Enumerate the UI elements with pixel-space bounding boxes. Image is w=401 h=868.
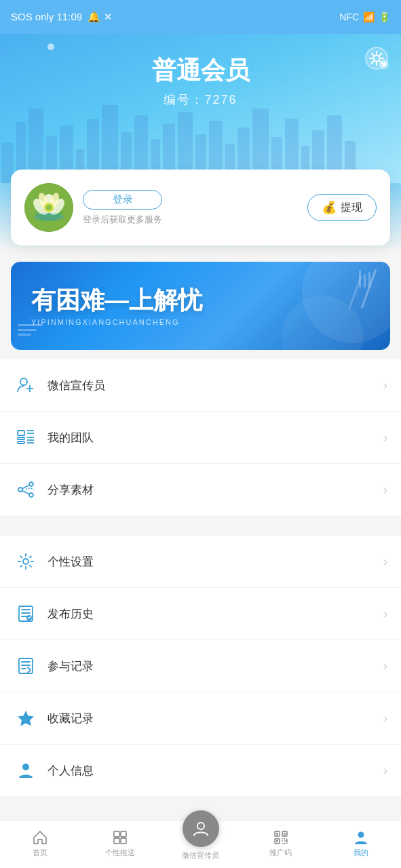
hero-section: 普通会员 编号：7276 — [0, 34, 401, 183]
svg-point-12 — [46, 205, 52, 210]
svg-rect-50 — [276, 833, 278, 835]
svg-line-34 — [22, 486, 29, 489]
hero-title: 普通会员 — [0, 54, 401, 87]
menu-item-personal-settings[interactable]: 个性设置 › — [0, 536, 401, 588]
profile-description: 登录后获取更多服务 — [83, 214, 162, 226]
status-right-icons: NFC 📶 🔋 — [339, 12, 390, 22]
menu-item-share-material[interactable]: 分享素材 › — [0, 464, 401, 515]
svg-rect-18 — [364, 274, 366, 288]
nav-item-qr-code[interactable]: 推广码 — [241, 829, 321, 861]
svg-point-60 — [358, 831, 364, 837]
svg-rect-17 — [359, 270, 361, 288]
svg-rect-52 — [276, 840, 278, 842]
svg-point-46 — [197, 823, 204, 829]
menu-item-favorites[interactable]: 收藏记录 › — [0, 692, 401, 745]
svg-rect-44 — [114, 838, 119, 844]
hero-dot — [47, 43, 54, 50]
nav-label-qr-code: 推广码 — [269, 848, 292, 858]
banner-corner-deco — [18, 324, 45, 344]
chevron-right-icon-5: › — [383, 607, 387, 621]
settings-gear-icon — [14, 549, 38, 574]
menu-label-personal-info: 个人信息 — [47, 763, 383, 778]
profile-left: 登录 登录后获取更多服务 — [24, 183, 162, 232]
nav-label-personal-push: 个性推送 — [105, 848, 135, 858]
team-icon — [14, 425, 38, 450]
svg-point-32 — [29, 482, 33, 486]
chevron-right-icon-3: › — [383, 483, 387, 497]
banner-sub-text: YIPINMINGXIANGCHUANCHENG — [31, 318, 202, 326]
status-text: SOS only 11:09 🔔 ✕ — [11, 11, 113, 23]
menu-item-publish-history[interactable]: 发布历史 › — [0, 588, 401, 640]
menu-group-1: 微信宣传员 › 我的团队 › — [0, 359, 401, 515]
menu-label-wechat-promoter: 微信宣传员 — [47, 378, 383, 393]
chevron-right-icon-4: › — [383, 555, 387, 569]
section-gap-1 — [0, 522, 401, 529]
banner-main-text: 有困难—上解忧 — [31, 285, 202, 315]
avatar — [24, 183, 73, 232]
history-icon — [14, 601, 38, 626]
svg-rect-16 — [18, 334, 31, 336]
menu-group-2: 个性设置 › 发布历史 › — [0, 536, 401, 796]
chevron-right-icon-2: › — [383, 431, 387, 445]
person-add-icon — [14, 373, 38, 397]
nav-label-wechat-center: 微信宣传员 — [182, 850, 219, 861]
svg-line-35 — [22, 491, 29, 494]
banner[interactable]: 有困难—上解忧 YIPINMINGXIANGCHUANCHENG — [11, 262, 390, 350]
svg-point-36 — [23, 559, 28, 564]
svg-point-31 — [18, 488, 22, 492]
menu-label-share-material: 分享素材 — [47, 482, 383, 498]
chevron-right-icon-7: › — [383, 711, 387, 726]
banner-content: 有困难—上解忧 YIPINMINGXIANGCHUANCHENG — [31, 285, 202, 326]
login-button[interactable]: 登录 — [83, 190, 162, 210]
chevron-right-icon-8: › — [383, 764, 387, 778]
share-icon — [14, 477, 38, 502]
grid-icon — [112, 829, 128, 846]
nav-center-circle — [183, 810, 219, 847]
menu-item-personal-info[interactable]: 个人信息 › — [0, 745, 401, 796]
svg-rect-51 — [284, 833, 286, 835]
menu-item-wechat-promoter[interactable]: 微信宣传员 › — [0, 359, 401, 412]
hero-subtitle: 编号：7276 — [0, 92, 401, 108]
nav-item-wechat-center[interactable]: 微信宣传员 — [160, 827, 240, 863]
svg-rect-39 — [19, 658, 33, 673]
menu-label-personal-settings: 个性设置 — [47, 554, 383, 570]
menu-label-publish-history: 发布历史 — [47, 606, 383, 622]
money-icon: 💰 — [322, 200, 337, 215]
nav-item-personal-push[interactable]: 个性推送 — [80, 829, 160, 861]
user-active-icon — [353, 829, 369, 846]
svg-rect-43 — [121, 831, 126, 837]
chevron-right-icon: › — [383, 378, 387, 393]
banner-right-deco — [359, 270, 379, 290]
nav-label-home: 首页 — [33, 848, 47, 858]
menu-item-participation-records[interactable]: 参与记录 › — [0, 640, 401, 692]
svg-marker-40 — [18, 711, 34, 726]
user-icon — [14, 758, 38, 783]
profile-card: 登录 登录后获取更多服务 💰 提现 — [11, 170, 390, 245]
svg-rect-23 — [18, 431, 24, 435]
star-icon — [14, 706, 38, 730]
svg-rect-42 — [114, 831, 119, 837]
bottom-nav: 首页 个性推送 微信宣传员 — [0, 821, 401, 868]
profile-info: 登录 登录后获取更多服务 — [83, 190, 162, 226]
svg-point-13 — [34, 213, 64, 221]
svg-rect-45 — [121, 838, 126, 844]
home-icon — [32, 829, 48, 846]
menu-label-participation-records: 参与记录 — [47, 658, 383, 674]
status-bar: SOS only 11:09 🔔 ✕ NFC 📶 🔋 — [0, 0, 401, 34]
menu-item-my-team[interactable]: 我的团队 › — [0, 412, 401, 464]
qr-icon — [273, 829, 289, 846]
chevron-right-icon-6: › — [383, 659, 387, 673]
nav-item-home[interactable]: 首页 — [0, 829, 80, 861]
withdraw-button[interactable]: 💰 提现 — [307, 194, 377, 221]
nav-item-mine[interactable]: 我的 — [321, 829, 401, 861]
menu-label-my-team: 我的团队 — [47, 430, 383, 446]
svg-point-20 — [20, 378, 27, 385]
svg-point-33 — [29, 493, 33, 497]
menu-label-favorites: 收藏记录 — [47, 711, 383, 726]
records-icon — [14, 654, 38, 678]
svg-rect-19 — [368, 272, 370, 288]
nav-label-mine: 我的 — [354, 848, 368, 858]
svg-point-41 — [22, 764, 29, 770]
svg-rect-25 — [18, 441, 24, 443]
svg-rect-24 — [18, 437, 24, 439]
